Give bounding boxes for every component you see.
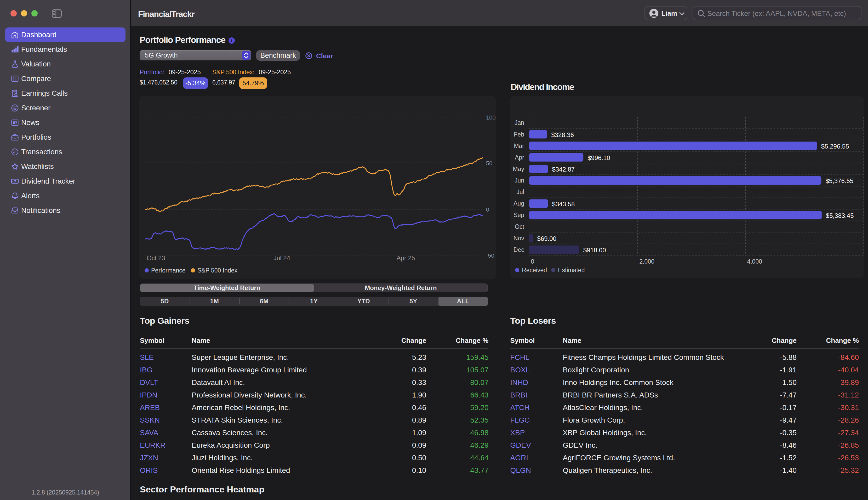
svg-text:Jul 24: Jul 24 — [274, 254, 290, 262]
svg-text:Feb: Feb — [514, 131, 524, 138]
svg-text:$5,383.45: $5,383.45 — [826, 212, 854, 219]
svg-text:100: 100 — [486, 114, 496, 121]
svg-text:$996.10: $996.10 — [588, 154, 610, 161]
svg-text:$918.00: $918.00 — [583, 247, 606, 254]
svg-text:Jan: Jan — [514, 119, 524, 126]
svg-text:4,000: 4,000 — [747, 258, 762, 265]
svg-text:Nov: Nov — [513, 235, 524, 242]
svg-text:Dec: Dec — [513, 246, 524, 253]
svg-text:$5,376.55: $5,376.55 — [825, 177, 853, 184]
svg-text:i: i — [231, 38, 232, 43]
svg-text:50: 50 — [486, 160, 492, 167]
svg-text:$69.00: $69.00 — [537, 235, 556, 242]
svg-text:Received: Received — [522, 267, 547, 274]
svg-text:Oct 23: Oct 23 — [147, 254, 165, 262]
svg-text:0: 0 — [531, 258, 534, 265]
svg-text:$343.58: $343.58 — [552, 201, 575, 208]
svg-text:May: May — [513, 166, 524, 172]
svg-text:Jul: Jul — [516, 189, 524, 195]
svg-text:$342.87: $342.87 — [552, 166, 575, 173]
svg-text:Apr 25: Apr 25 — [397, 254, 415, 262]
svg-text:Sep: Sep — [513, 212, 524, 218]
svg-text:0: 0 — [486, 206, 489, 213]
svg-text:2,000: 2,000 — [639, 258, 655, 265]
svg-text:S&P 500 Index: S&P 500 Index — [197, 267, 238, 274]
svg-text:Oct: Oct — [515, 223, 524, 230]
svg-text:Mar: Mar — [514, 143, 524, 149]
svg-text:Estimated: Estimated — [558, 267, 585, 274]
svg-text:-50: -50 — [486, 252, 494, 259]
svg-text:Aug: Aug — [513, 200, 524, 207]
svg-text:Jun: Jun — [514, 177, 524, 184]
svg-text:Performance: Performance — [151, 267, 186, 274]
svg-text:$5,296.55: $5,296.55 — [821, 143, 849, 150]
svg-text:$328.36: $328.36 — [551, 131, 574, 138]
svg-text:Apr: Apr — [515, 154, 524, 161]
